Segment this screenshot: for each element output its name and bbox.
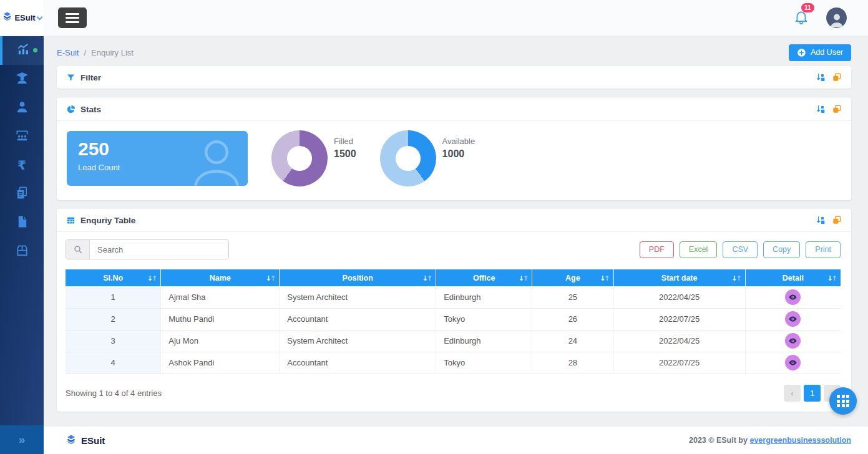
- pagination-prev-button[interactable]: ‹: [784, 385, 801, 402]
- panel-title: Filter: [80, 73, 101, 82]
- column-header-name[interactable]: Name↓↑: [161, 269, 280, 286]
- sidebar-expand-button[interactable]: »: [0, 425, 44, 454]
- collapse-sort-icon[interactable]: [816, 215, 826, 225]
- cell-position: System Architect: [280, 286, 436, 308]
- cell-name: Muthu Pandi: [161, 308, 280, 330]
- donut-value: 1500: [334, 148, 356, 160]
- export-pdf-button[interactable]: PDF: [640, 241, 674, 258]
- view-detail-button[interactable]: [785, 311, 801, 327]
- duplicate-copy-icon[interactable]: [832, 104, 842, 114]
- cell-age: 28: [532, 352, 613, 374]
- filter-icon: [66, 73, 76, 82]
- column-header-office[interactable]: Office↓↑: [436, 269, 532, 286]
- sidebar-item-dashboard[interactable]: [0, 36, 44, 65]
- search-input[interactable]: [90, 240, 228, 259]
- sidebar-item-files[interactable]: [0, 208, 44, 237]
- column-header-position[interactable]: Position↓↑: [280, 269, 436, 286]
- view-detail-button[interactable]: [785, 333, 801, 349]
- add-user-button[interactable]: Add User: [789, 44, 851, 61]
- export-excel-button[interactable]: Excel: [680, 241, 718, 258]
- eye-icon: [788, 292, 797, 302]
- table-icon: [66, 216, 76, 225]
- cell-detail: [745, 286, 841, 308]
- breadcrumb-separator: /: [84, 48, 86, 57]
- avatar[interactable]: [826, 7, 847, 28]
- cell-position: System Architect: [280, 330, 436, 352]
- sidebar-item-students[interactable]: [0, 65, 44, 94]
- footer-company-link[interactable]: evergreenbusinesssolution: [749, 436, 851, 445]
- topbar: 11: [44, 0, 868, 36]
- search-icon: [66, 240, 90, 259]
- sidebar-item-fees[interactable]: ₹: [0, 151, 44, 180]
- cell-start_date: 2022/04/25: [613, 286, 745, 308]
- sort-icon: ↓↑: [147, 274, 156, 282]
- esuit-logo-icon: [2, 11, 12, 24]
- esuit-logo-icon: [66, 434, 77, 447]
- view-detail-button[interactable]: [785, 355, 801, 370]
- quick-apps-fab[interactable]: [829, 387, 857, 415]
- double-chevron-right-icon: »: [19, 433, 26, 447]
- column-label: Sl.No: [103, 274, 123, 283]
- duplicate-copy-icon[interactable]: [832, 215, 842, 225]
- brand-name: ESuit: [14, 13, 35, 22]
- sort-icon: ↓↑: [600, 274, 608, 282]
- footer-brand-name: ESuit: [81, 435, 105, 446]
- sidebar-item-inventory[interactable]: [0, 237, 44, 266]
- column-header-sl-no[interactable]: Sl.No↓↑: [66, 269, 161, 286]
- active-status-dot: [33, 48, 37, 52]
- export-csv-button[interactable]: CSV: [723, 241, 758, 258]
- cell-name: Ajmal Sha: [161, 286, 280, 308]
- donut-label: Filled: [334, 137, 356, 146]
- duplicate-copy-icon[interactable]: [832, 72, 842, 82]
- notifications-button[interactable]: 11: [793, 9, 809, 27]
- enquiry-table-panel: Enquriy Table PDFExcelCSVCopyPrint Sl.No…: [57, 209, 851, 412]
- sidebar-item-reports[interactable]: [0, 180, 44, 208]
- export-copy-button[interactable]: Copy: [763, 241, 800, 258]
- stats-panel: Stats 250 Lead Count Fil: [57, 98, 851, 200]
- footer: ESuit 2023 © ESuit by evergreenbusinesss…: [44, 427, 868, 454]
- column-header-detail[interactable]: Detail↓↑: [745, 269, 841, 286]
- cell-sl: 2: [66, 308, 161, 330]
- group-icon: [15, 128, 29, 145]
- breadcrumb-root-link[interactable]: E-Suit: [57, 48, 79, 57]
- analytics-icon: [16, 42, 31, 59]
- collapse-sort-icon[interactable]: [816, 104, 826, 114]
- cell-office: Tokyo: [436, 308, 532, 330]
- lead-count-card: 250 Lead Count: [67, 131, 248, 186]
- table-body: 1Ajmal ShaSystem ArchitectEdinburgh25202…: [66, 286, 841, 374]
- view-detail-button[interactable]: [785, 289, 801, 305]
- bell-icon: [793, 16, 809, 27]
- column-header-age[interactable]: Age↓↑: [532, 269, 613, 286]
- column-header-start-date[interactable]: Start date↓↑: [613, 269, 745, 286]
- copyright-prefix: 2023 © ESuit by: [689, 436, 749, 445]
- entries-summary: Showing 1 to 4 of 4 entries: [66, 389, 162, 398]
- eye-icon: [788, 336, 797, 345]
- main-content: E-Suit / Enquiry List Add User Filter: [44, 36, 868, 427]
- panel-title: Enquriy Table: [80, 216, 135, 225]
- search-box: [66, 239, 229, 259]
- export-print-button[interactable]: Print: [806, 241, 841, 258]
- brand-logo[interactable]: ESuit: [0, 0, 44, 36]
- sidebar-item-staff[interactable]: [0, 94, 44, 122]
- breadcrumb-current: Enquiry List: [91, 48, 134, 57]
- add-user-label: Add User: [811, 48, 843, 57]
- cell-name: Aju Mon: [161, 330, 280, 352]
- sidebar-item-organization[interactable]: [0, 122, 44, 151]
- cell-age: 25: [532, 286, 613, 308]
- cell-sl: 4: [66, 352, 161, 374]
- cell-detail: [745, 330, 841, 352]
- table-row: 4Ashok PandiAccountantTokyo282022/07/25: [66, 352, 841, 374]
- sort-icon: ↓↑: [731, 274, 740, 282]
- cell-start_date: 2022/07/25: [613, 352, 745, 374]
- chevron-down-icon: [36, 14, 42, 20]
- menu-toggle-button[interactable]: [58, 7, 87, 28]
- pagination-page-1[interactable]: 1: [804, 385, 821, 402]
- person-icon: [15, 100, 29, 117]
- column-label: Start date: [661, 274, 698, 283]
- person-watermark-icon: [184, 133, 244, 186]
- sidebar-nav: ₹: [0, 36, 44, 266]
- collapse-sort-icon[interactable]: [816, 72, 826, 82]
- eye-icon: [788, 358, 797, 367]
- table-row: 1Ajmal ShaSystem ArchitectEdinburgh25202…: [66, 286, 841, 308]
- pie-chart-icon: [66, 105, 76, 114]
